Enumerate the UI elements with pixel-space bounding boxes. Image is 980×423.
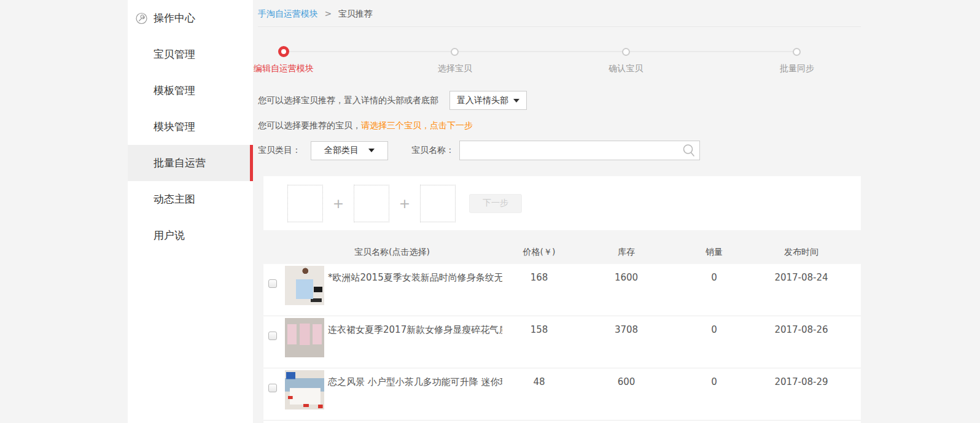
- product-price: 168: [502, 264, 576, 283]
- product-price: 48: [502, 368, 576, 387]
- row-select-cell: [263, 368, 282, 392]
- row-name-cell: 连衣裙女夏季2017新款女修身显瘦碎花气质喇: [282, 316, 502, 357]
- chevron-down-icon: [513, 99, 519, 103]
- header-product-name: 宝贝名称(点击选择): [282, 247, 502, 258]
- step-label: 确认宝贝: [609, 63, 643, 74]
- product-publish-date: 2017-08-24: [752, 264, 851, 283]
- search-icon[interactable]: [682, 143, 696, 158]
- step-circle-icon: [622, 48, 630, 56]
- table-header-row: 宝贝名称(点击选择) 价格(￥) 库存 销量 发布时间: [263, 240, 861, 264]
- header-stock: 库存: [576, 247, 677, 258]
- row-checkbox[interactable]: [268, 384, 277, 392]
- row-name-cell: *欧洲站2015夏季女装新品时尚修身条纹无袖背: [282, 264, 502, 305]
- next-step-button[interactable]: 下一步: [469, 194, 522, 213]
- sidebar-item-label: 用户说: [154, 228, 185, 243]
- placement-position-select[interactable]: 置入详情头部: [449, 91, 527, 110]
- breadcrumb-divider: [258, 26, 861, 27]
- search-field-wrap: [459, 141, 700, 160]
- selection-instruction-row: 您可以选择要推荐的宝贝，请选择三个宝贝，点击下一步: [258, 120, 473, 131]
- sidebar-item-label: 操作中心: [154, 11, 195, 25]
- sidebar-item[interactable]: 宝贝管理: [128, 36, 253, 72]
- product-name[interactable]: 恋之风景 小户型小茶几多功能可升降 迷你现代: [328, 368, 502, 388]
- step: 编辑自运营模块: [254, 45, 314, 74]
- product-sales: 0: [677, 368, 752, 387]
- sidebar-item[interactable]: 模块管理: [128, 109, 253, 145]
- product-thumbnail-image[interactable]: [285, 266, 324, 305]
- step-dot-wrap: [451, 45, 459, 58]
- row-checkbox[interactable]: [268, 332, 277, 340]
- table-row[interactable]: 恋之风景 小户型小茶几多功能可升降 迷你现代 48 600 0 2017-08-…: [263, 368, 861, 421]
- product-thumbnail-image[interactable]: [285, 318, 324, 357]
- step-dot-wrap: [622, 45, 630, 58]
- product-name[interactable]: 连衣裙女夏季2017新款女修身显瘦碎花气质喇: [328, 316, 502, 336]
- step-progress: 编辑自运营模块 选择宝贝 确认宝贝 批量同步: [284, 45, 797, 77]
- selection-instruction-text: 您可以选择要推荐的宝贝，: [258, 120, 361, 130]
- step: 批量同步: [780, 45, 814, 74]
- category-select-value: 全部类目: [324, 145, 359, 156]
- table-row[interactable]: *欧洲站2015夏季女装新品时尚修身条纹无袖背 168 1600 0 2017-…: [263, 264, 861, 316]
- header-price: 价格(￥): [502, 247, 576, 258]
- table-body: *欧洲站2015夏季女装新品时尚修身条纹无袖背 168 1600 0 2017-…: [263, 264, 861, 421]
- sidebar: 操作中心 宝贝管理 模板管理 模块管理: [128, 0, 253, 423]
- placement-instruction-text: 您可以选择宝贝推荐，置入详情的头部或者底部: [258, 95, 438, 106]
- sidebar-item[interactable]: 批量自运营: [128, 145, 253, 181]
- product-thumbnail-image[interactable]: [285, 370, 324, 409]
- breadcrumb-separator: >: [324, 9, 332, 18]
- placement-instruction-row: 您可以选择宝贝推荐，置入详情的头部或者底部 置入详情头部: [258, 91, 527, 110]
- placement-position-value: 置入详情头部: [457, 95, 508, 106]
- step-circle-icon: [793, 48, 801, 56]
- plus-separator: +: [389, 196, 420, 211]
- sidebar-item-label: 模块管理: [154, 120, 195, 134]
- product-stock: 3708: [576, 316, 677, 335]
- product-name-search-input[interactable]: [459, 141, 700, 160]
- sidebar-item-label: 动态主图: [154, 192, 195, 206]
- sidebar-item[interactable]: 用户说: [128, 217, 253, 254]
- sidebar-item[interactable]: 动态主图: [128, 181, 253, 217]
- step-circle-icon: [451, 48, 459, 56]
- step-label: 选择宝贝: [438, 63, 472, 74]
- step-circle-icon: [278, 46, 289, 57]
- breadcrumb-current: 宝贝推荐: [338, 9, 373, 18]
- product-price: 158: [502, 316, 576, 335]
- table-row[interactable]: 连衣裙女夏季2017新款女修身显瘦碎花气质喇 158 3708 0 2017-0…: [263, 316, 861, 368]
- sidebar-menu: 操作中心 宝贝管理 模板管理 模块管理: [128, 0, 253, 254]
- sidebar-item-label: 宝贝管理: [154, 47, 195, 61]
- empty-selection-slot-2[interactable]: [354, 185, 389, 222]
- main-content: 手淘自运营模块 > 宝贝推荐 编辑自运营模块 选择宝贝 确认宝贝 批量同步 您可…: [258, 0, 861, 423]
- selected-items-row: + + 下一步: [263, 176, 861, 230]
- step-label: 批量同步: [780, 63, 814, 74]
- sidebar-item-label: 模板管理: [154, 83, 195, 98]
- breadcrumb-link[interactable]: 手淘自运营模块: [258, 9, 318, 18]
- sidebar-item-label: 批量自运营: [154, 156, 206, 170]
- header-sales: 销量: [677, 247, 752, 258]
- step-dot-wrap: [278, 45, 289, 58]
- breadcrumb: 手淘自运营模块 > 宝贝推荐: [258, 9, 373, 20]
- selected-items-card: + + 下一步: [263, 176, 861, 230]
- sidebar-item[interactable]: 模板管理: [128, 72, 253, 109]
- product-publish-date: 2017-08-26: [752, 316, 851, 335]
- chevron-down-icon: [368, 149, 375, 152]
- plus-separator: +: [323, 196, 354, 211]
- step: 选择宝贝: [438, 45, 472, 74]
- step: 确认宝贝: [609, 45, 643, 74]
- filter-row: 宝贝类目： 全部类目 宝贝名称：: [258, 141, 700, 160]
- header-publish-date: 发布时间: [752, 247, 851, 258]
- row-checkbox[interactable]: [268, 279, 277, 288]
- wrench-icon: [136, 12, 147, 24]
- category-filter-label: 宝贝类目：: [258, 145, 301, 156]
- product-publish-date: 2017-08-29: [752, 368, 851, 387]
- step-label: 编辑自运营模块: [254, 63, 314, 74]
- product-name[interactable]: *欧洲站2015夏季女装新品时尚修身条纹无袖背: [328, 264, 502, 284]
- step-track-line: [284, 51, 797, 52]
- selection-instruction-highlight: 请选择三个宝贝，点击下一步: [361, 120, 473, 130]
- row-select-cell: [263, 264, 282, 288]
- empty-selection-slot-3[interactable]: [420, 185, 456, 222]
- product-sales: 0: [677, 316, 752, 335]
- category-select[interactable]: 全部类目: [311, 141, 388, 160]
- product-table-card: 宝贝名称(点击选择) 价格(￥) 库存 销量 发布时间 *欧洲站2015夏季女装…: [263, 240, 861, 423]
- sidebar-item[interactable]: 操作中心: [128, 0, 253, 36]
- product-stock: 600: [576, 368, 677, 387]
- product-stock: 1600: [576, 264, 677, 283]
- product-sales: 0: [677, 264, 752, 283]
- empty-selection-slot-1[interactable]: [287, 185, 323, 222]
